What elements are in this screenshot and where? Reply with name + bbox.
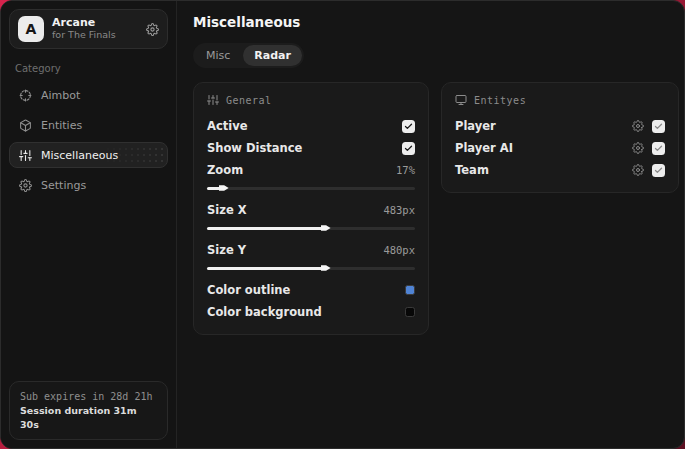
zoom-slider-thumb[interactable] bbox=[219, 184, 229, 192]
active-checkbox[interactable] bbox=[402, 120, 415, 133]
size-y-value: 480px bbox=[383, 244, 415, 256]
team-label: Team bbox=[455, 163, 489, 177]
page-title: Miscellaneous bbox=[193, 14, 679, 30]
entities-panel: Entityes Player Player AI bbox=[441, 82, 679, 193]
color-outline-label: Color outline bbox=[207, 283, 290, 297]
zoom-value: 17% bbox=[396, 164, 415, 176]
general-panel: General Active Show Distance Zoom bbox=[193, 82, 429, 335]
size-x-slider[interactable] bbox=[207, 224, 415, 232]
player-ai-label: Player AI bbox=[455, 141, 513, 155]
sliders-icon bbox=[19, 149, 32, 162]
show-distance-checkbox[interactable] bbox=[402, 142, 415, 155]
gear-icon[interactable] bbox=[146, 23, 159, 36]
sidebar: A Arcane for The Finals Category Aimbot bbox=[1, 1, 177, 448]
app-subtitle: for The Finals bbox=[52, 30, 138, 41]
tab-misc[interactable]: Misc bbox=[195, 45, 241, 66]
tab-radar[interactable]: Radar bbox=[243, 45, 302, 66]
show-distance-label: Show Distance bbox=[207, 141, 302, 155]
entities-panel-title: Entityes bbox=[474, 95, 526, 106]
team-checkbox[interactable] bbox=[652, 164, 665, 177]
size-x-label: Size X bbox=[207, 203, 247, 217]
sidebar-item-label: Aimbot bbox=[41, 89, 80, 102]
sidebar-item-settings[interactable]: Settings bbox=[9, 172, 168, 198]
color-background-label: Color background bbox=[207, 305, 322, 319]
zoom-row: Zoom 17% bbox=[207, 159, 415, 181]
size-x-value: 483px bbox=[383, 204, 415, 216]
gear-icon bbox=[19, 179, 32, 192]
size-y-row: Size Y 480px bbox=[207, 239, 415, 261]
active-row: Active bbox=[207, 115, 415, 137]
sidebar-item-label: Miscellaneous bbox=[41, 149, 118, 162]
crosshair-icon bbox=[19, 89, 32, 102]
entity-row-player-ai: Player AI bbox=[455, 137, 665, 159]
sidebar-item-entities[interactable]: Entities bbox=[9, 112, 168, 138]
show-distance-row: Show Distance bbox=[207, 137, 415, 159]
sidebar-item-miscellaneous[interactable]: Miscellaneous bbox=[9, 142, 168, 168]
category-label: Category bbox=[15, 63, 162, 74]
zoom-label: Zoom bbox=[207, 163, 243, 177]
panels-row: General Active Show Distance Zoom bbox=[193, 82, 679, 335]
zoom-slider[interactable] bbox=[207, 184, 415, 192]
sidebar-nav: Aimbot Entities Miscellaneous Settings bbox=[9, 82, 168, 198]
player-ai-checkbox[interactable] bbox=[652, 142, 665, 155]
general-panel-title: General bbox=[226, 95, 272, 106]
sidebar-item-label: Entities bbox=[41, 119, 82, 132]
size-y-label: Size Y bbox=[207, 243, 246, 257]
gear-icon[interactable] bbox=[632, 164, 644, 176]
gear-icon[interactable] bbox=[632, 120, 644, 132]
player-checkbox[interactable] bbox=[652, 120, 665, 133]
app-header-card: A Arcane for The Finals bbox=[9, 9, 168, 49]
box-icon bbox=[19, 119, 32, 132]
size-y-slider-thumb[interactable] bbox=[321, 264, 331, 272]
sidebar-item-label: Settings bbox=[41, 179, 86, 192]
tab-bar: Misc Radar bbox=[193, 43, 304, 68]
color-outline-swatch[interactable] bbox=[405, 285, 415, 295]
gear-icon[interactable] bbox=[632, 142, 644, 154]
size-x-row: Size X 483px bbox=[207, 199, 415, 221]
app-title: Arcane bbox=[52, 17, 138, 30]
player-label: Player bbox=[455, 119, 496, 133]
subscription-card: Sub expires in 28d 21h Session duration … bbox=[9, 381, 168, 441]
session-duration-text: Session duration 31m 30s bbox=[20, 404, 157, 433]
color-background-swatch[interactable] bbox=[405, 307, 415, 317]
size-x-slider-thumb[interactable] bbox=[321, 224, 331, 232]
active-label: Active bbox=[207, 119, 247, 133]
sub-expires-text: Sub expires in 28d 21h bbox=[20, 389, 157, 404]
entity-row-player: Player bbox=[455, 115, 665, 137]
main-content: Miscellaneous Misc Radar General Active bbox=[177, 1, 685, 448]
monitor-icon bbox=[455, 94, 467, 106]
color-background-row: Color background bbox=[207, 301, 415, 323]
app-logo: A bbox=[18, 16, 44, 42]
entity-row-team: Team bbox=[455, 159, 665, 181]
app-window: A Arcane for The Finals Category Aimbot bbox=[0, 0, 685, 449]
size-y-slider[interactable] bbox=[207, 264, 415, 272]
sliders-icon bbox=[207, 94, 219, 106]
color-outline-row: Color outline bbox=[207, 279, 415, 301]
sidebar-item-aimbot[interactable]: Aimbot bbox=[9, 82, 168, 108]
